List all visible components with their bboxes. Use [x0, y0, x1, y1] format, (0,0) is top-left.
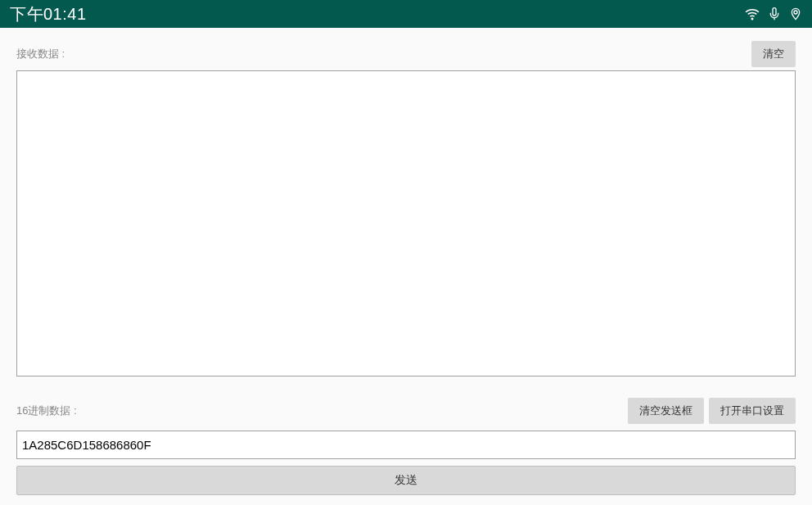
- svg-point-0: [751, 18, 753, 20]
- hex-label: 16进制数据 :: [16, 404, 77, 418]
- mic-icon: [768, 7, 781, 20]
- wifi-icon: [745, 7, 760, 21]
- status-bar: 下午01:41: [0, 0, 812, 28]
- hex-buttons: 清空发送框 打开串口设置: [628, 398, 796, 424]
- clear-button[interactable]: 清空: [751, 41, 796, 67]
- open-serial-button[interactable]: 打开串口设置: [709, 398, 796, 424]
- hex-input[interactable]: [16, 431, 796, 459]
- hex-header: 16进制数据 : 清空发送框 打开串口设置: [16, 399, 796, 422]
- location-icon: [789, 7, 802, 20]
- status-icons: [745, 7, 802, 21]
- clear-send-button[interactable]: 清空发送框: [628, 398, 704, 424]
- receive-label: 接收数据 :: [16, 47, 65, 61]
- hex-section: 16进制数据 : 清空发送框 打开串口设置 发送: [16, 399, 796, 495]
- svg-point-2: [794, 11, 797, 14]
- receive-header: 接收数据 : 清空: [16, 43, 796, 65]
- main-content: 接收数据 : 清空 16进制数据 : 清空发送框 打开串口设置 发送: [0, 28, 812, 505]
- status-time: 下午01:41: [10, 3, 87, 25]
- send-button[interactable]: 发送: [16, 466, 796, 495]
- receive-textarea[interactable]: [16, 70, 796, 376]
